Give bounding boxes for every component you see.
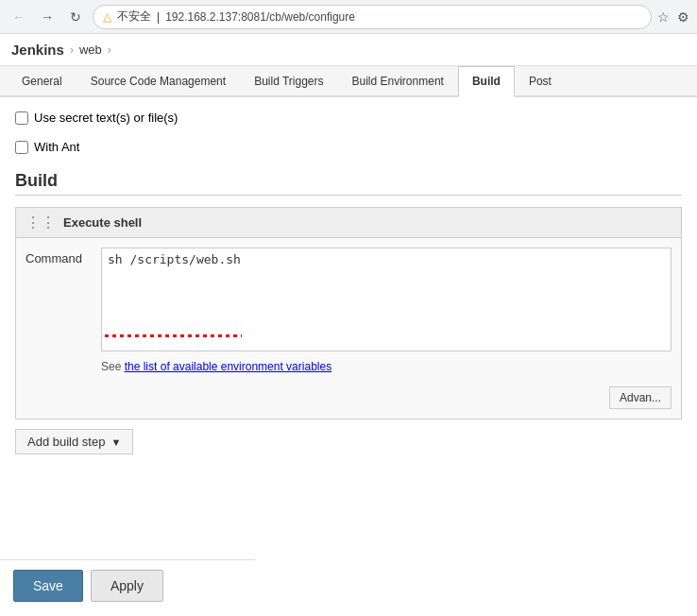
checkbox-ant-row: With Ant <box>15 136 682 158</box>
reload-button[interactable]: ↻ <box>64 6 87 28</box>
star-icon: ☆ <box>657 9 670 25</box>
tabs-bar: General Source Code Management Build Tri… <box>0 66 697 97</box>
url-text: 192.168.2.137:8081/cb/web/configure <box>165 10 355 24</box>
breadcrumb-web[interactable]: web <box>79 43 102 57</box>
execute-shell-box: ⋮⋮ Execute shell Command See the list of… <box>15 207 682 419</box>
jenkins-topbar: Jenkins › web › <box>0 34 697 66</box>
env-link-prefix: See <box>101 360 125 373</box>
breadcrumb-sep2: › <box>108 43 111 57</box>
settings-icon: ⚙ <box>677 9 689 25</box>
add-build-step-label: Add build step <box>27 435 105 449</box>
spell-squiggly <box>105 334 242 337</box>
address-bar[interactable]: △ 不安全 | 192.168.2.137:8081/cb/web/config… <box>93 5 652 29</box>
tab-general[interactable]: General <box>8 66 76 95</box>
checkbox-secret-label: Use secret text(s) or file(s) <box>34 111 178 125</box>
advanced-button[interactable]: Advan... <box>609 386 672 409</box>
jenkins-logo[interactable]: Jenkins <box>11 42 64 58</box>
drag-handle-icon: ⋮⋮ <box>26 214 56 231</box>
advanced-row: Advan... <box>16 383 681 419</box>
execute-shell-title: Execute shell <box>63 215 142 230</box>
warning-icon: △ <box>103 10 111 24</box>
add-build-step-button[interactable]: Add build step ▼ <box>15 429 133 454</box>
save-button[interactable]: Save <box>13 570 83 602</box>
execute-shell-header: ⋮⋮ Execute shell <box>16 208 681 238</box>
tab-triggers[interactable]: Build Triggers <box>240 66 337 95</box>
tab-post[interactable]: Post <box>515 66 566 95</box>
add-step-row: Add build step ▼ <box>15 429 682 454</box>
command-row: Command <box>16 238 681 354</box>
tab-scm[interactable]: Source Code Management <box>76 66 240 95</box>
forward-button[interactable]: → <box>36 6 59 28</box>
checkbox-secret[interactable] <box>15 111 28 125</box>
bottom-bar: Save Apply <box>0 559 255 611</box>
checkbox-ant[interactable] <box>15 141 28 154</box>
build-section-title: Build <box>15 171 682 196</box>
checkbox-ant-label: With Ant <box>34 140 79 154</box>
back-button[interactable]: ← <box>8 6 30 28</box>
env-link-row: See the list of available environment va… <box>16 354 681 383</box>
command-label: Command <box>26 248 92 265</box>
tab-build[interactable]: Build <box>458 66 515 97</box>
main-content: Use secret text(s) or file(s) With Ant B… <box>0 97 697 611</box>
tab-environment[interactable]: Build Environment <box>338 66 458 95</box>
browser-icons: ☆ ⚙ <box>657 9 689 25</box>
browser-bar: ← → ↻ △ 不安全 | 192.168.2.137:8081/cb/web/… <box>0 0 697 34</box>
command-textarea-wrapper <box>101 248 672 354</box>
checkbox-secret-row: Use secret text(s) or file(s) <box>15 107 682 128</box>
security-label: 不安全 <box>117 9 151 25</box>
separator: | <box>157 10 160 24</box>
apply-button[interactable]: Apply <box>91 570 163 602</box>
dropdown-arrow-icon: ▼ <box>110 436 121 448</box>
env-link[interactable]: the list of available environment variab… <box>125 360 332 373</box>
breadcrumb-sep1: › <box>70 43 74 57</box>
